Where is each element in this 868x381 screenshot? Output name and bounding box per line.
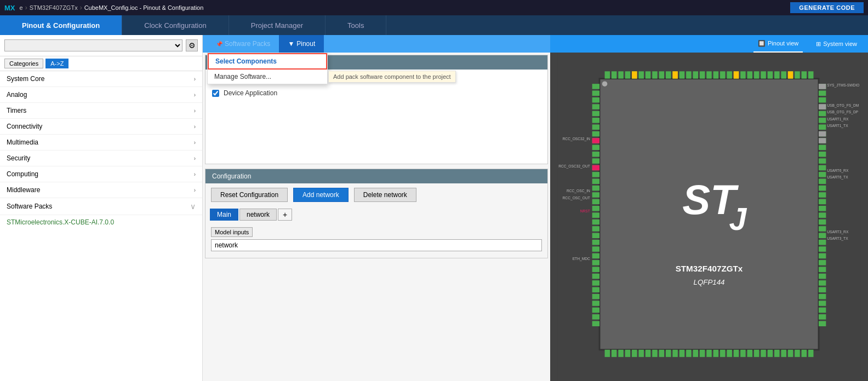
svg-rect-141: [819, 314, 826, 320]
svg-rect-15: [686, 71, 692, 78]
chip-tab-system-view[interactable]: ⊞ System view: [812, 35, 861, 53]
svg-rect-17: [700, 71, 705, 78]
svg-rect-3: [605, 71, 610, 78]
svg-rect-99: [592, 287, 599, 293]
chip-tab-pinout-view[interactable]: 🔲 Pinout view: [753, 35, 803, 53]
sidebar-item-multimedia[interactable]: Multimedia ›: [0, 135, 202, 151]
svg-rect-35: [672, 71, 678, 78]
svg-rect-63: [774, 350, 780, 357]
sub-tab-pinout[interactable]: ▼ Pinout: [279, 35, 324, 53]
svg-rect-56: [727, 350, 732, 357]
breadcrumb-item-0[interactable]: e: [20, 4, 23, 11]
svg-text:STM32F407ZGTx: STM32F407ZGTx: [676, 264, 743, 273]
chip-svg: RCC_OSC32_IN RCC_OSC32_OUT RCC_OSC_IN RC…: [550, 53, 868, 381]
gear-icon[interactable]: ⚙: [186, 39, 198, 51]
svg-rect-37: [788, 71, 793, 78]
svg-text:USART1_TX: USART1_TX: [827, 124, 848, 128]
tab-project-manager[interactable]: Project Manager: [229, 15, 326, 35]
model-inputs-field[interactable]: [211, 239, 542, 251]
svg-rect-16: [693, 71, 698, 78]
chevron-right-icon: ›: [194, 140, 196, 146]
svg-rect-129: [819, 233, 826, 239]
checkbox-device[interactable]: [212, 90, 219, 97]
config-header: Configuration: [205, 169, 547, 183]
sidebar-dropdown[interactable]: [4, 39, 182, 51]
software-packs-dropdown: Select Components Manage Software... Add…: [207, 53, 328, 84]
sidebar-item-timers[interactable]: Timers ›: [0, 103, 202, 119]
svg-rect-130: [819, 240, 826, 245]
sidebar-pack-stmicro[interactable]: STMicroelectronics.X-CUBE-AI.7.0.0: [0, 215, 202, 229]
svg-rect-55: [720, 350, 726, 357]
sidebar-item-analog[interactable]: Analog ›: [0, 87, 202, 103]
breadcrumb-active[interactable]: CubeMX_Config.ioc - Pinout & Configurati…: [84, 4, 204, 11]
svg-rect-133: [819, 260, 826, 265]
svg-rect-137: [819, 287, 826, 293]
svg-rect-34: [632, 71, 637, 78]
sidebar: ⚙ Categories A->Z System Core › Analog ›…: [0, 35, 203, 381]
svg-rect-20: [720, 71, 726, 78]
svg-rect-139: [819, 301, 826, 306]
svg-rect-24: [747, 71, 753, 78]
svg-rect-62: [768, 350, 773, 357]
svg-rect-112: [819, 118, 826, 123]
svg-rect-60: [754, 350, 760, 357]
chevron-right-icon: ›: [194, 171, 196, 177]
svg-rect-67: [802, 350, 807, 357]
svg-rect-12: [666, 71, 671, 78]
svg-text:NRST: NRST: [580, 209, 590, 213]
svg-rect-52: [700, 350, 705, 357]
sidebar-item-computing[interactable]: Computing ›: [0, 166, 202, 182]
svg-rect-50: [686, 350, 692, 357]
pinout-view-icon: 🔲: [758, 40, 766, 47]
top-bar-left: MX e › STM32F407ZGTx › CubeMX_Config.ioc…: [4, 4, 203, 12]
breadcrumb: e › STM32F407ZGTx › CubeMX_Config.ioc - …: [20, 4, 204, 11]
svg-rect-136: [819, 280, 826, 286]
svg-rect-127: [819, 220, 826, 225]
dropdown-item-select-components[interactable]: Select Components: [208, 53, 327, 70]
delete-network-button[interactable]: Delete network: [354, 188, 416, 202]
svg-rect-100: [592, 294, 599, 299]
sidebar-item-software-packs[interactable]: Software Packs ∨: [0, 198, 202, 215]
config-tab-add[interactable]: +: [278, 209, 292, 221]
svg-rect-66: [795, 350, 800, 357]
svg-rect-71: [592, 97, 599, 103]
svg-rect-9: [646, 71, 651, 78]
reset-config-button[interactable]: Reset Configuration: [211, 188, 288, 202]
config-tab-network[interactable]: network: [239, 209, 277, 221]
svg-rect-29: [781, 71, 786, 78]
sidebar-item-middleware[interactable]: Middleware ›: [0, 182, 202, 198]
sidebar-item-security[interactable]: Security ›: [0, 151, 202, 166]
svg-rect-33: [808, 71, 814, 78]
tab-clock-config[interactable]: Clock Configuration: [122, 15, 229, 35]
svg-rect-5: [618, 71, 624, 78]
chip-container: RCC_OSC32_IN RCC_OSC32_OUT RCC_OSC_IN RC…: [550, 53, 868, 381]
filter-az-button[interactable]: A->Z: [45, 59, 68, 68]
dropdown-item-manage-software[interactable]: Manage Software...: [208, 70, 327, 84]
breadcrumb-item-1[interactable]: STM32F407ZGTx: [30, 4, 78, 11]
add-network-button[interactable]: Add network: [293, 188, 349, 202]
svg-rect-106: [592, 165, 599, 171]
filter-categories-button[interactable]: Categories: [4, 59, 43, 68]
sidebar-items-list: System Core › Analog › Timers › Connecti…: [0, 71, 202, 381]
svg-rect-75: [592, 124, 599, 130]
dropdown-tooltip: Add pack software component to the proje…: [328, 71, 456, 83]
sidebar-search-bar: ⚙: [0, 35, 202, 56]
generate-code-button[interactable]: GENERATE CODE: [790, 2, 864, 13]
svg-rect-144: [819, 104, 826, 109]
sidebar-item-system-core[interactable]: System Core ›: [0, 71, 202, 87]
svg-rect-48: [672, 350, 678, 357]
sidebar-filter-bar: Categories A->Z: [0, 56, 202, 71]
svg-text:USART3_RX: USART3_RX: [827, 230, 849, 234]
svg-rect-44: [646, 350, 651, 357]
svg-rect-125: [819, 206, 826, 211]
svg-rect-73: [592, 111, 599, 117]
sidebar-item-connectivity[interactable]: Connectivity ›: [0, 119, 202, 135]
svg-text:RCC_OSC_IN: RCC_OSC_IN: [567, 189, 590, 193]
chevron-right-icon: ›: [194, 92, 196, 98]
tab-tools[interactable]: Tools: [326, 15, 386, 35]
tab-pinout-config[interactable]: Pinout & Configuration: [0, 15, 122, 35]
chevron-right-icon: ›: [194, 76, 196, 82]
svg-rect-121: [819, 178, 826, 184]
sub-tab-software-packs[interactable]: 📌 Software Packs Select Components Manag…: [207, 35, 279, 53]
config-tab-main[interactable]: Main: [210, 209, 238, 221]
